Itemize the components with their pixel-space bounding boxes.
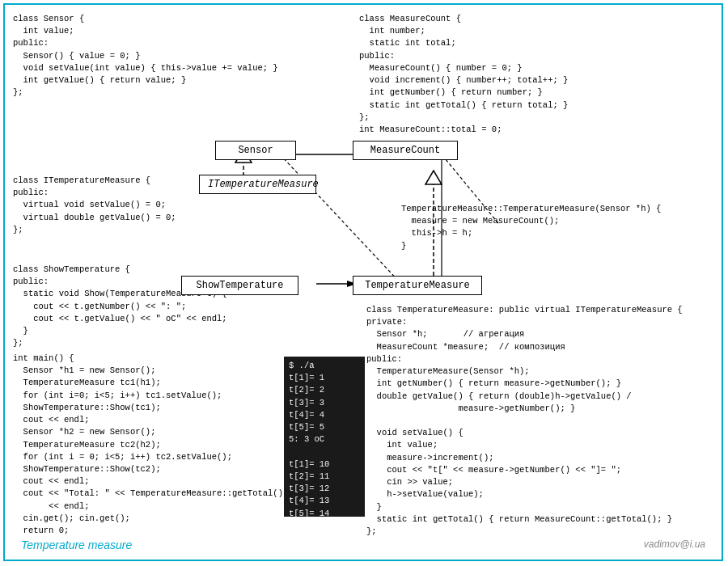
tempmeasure-code-block: class TemperatureMeasure: public virtual…	[366, 304, 683, 538]
measurecount-code-block: class MeasureCount { int number; static …	[359, 13, 568, 136]
main-container: class Sensor { int value; public: Sensor…	[3, 3, 723, 561]
tempmeasure-uml-box: TemperatureMeasure	[353, 276, 482, 295]
page-title: Temperature measure	[21, 539, 132, 551]
measurecount-uml-box: MeasureCount	[353, 141, 458, 160]
terminal-block: $ ./a t[1]= 1 t[2]= 2 t[3]= 3 t[4]= 4 t[…	[284, 357, 365, 517]
main-code-block: int main() { Sensor *h1 = new Sensor(); …	[13, 353, 283, 537]
sensor-code-block: class Sensor { int value; public: Sensor…	[13, 13, 278, 99]
sensor-uml-box: Sensor	[215, 141, 296, 160]
itemp-code-block: class ITemperatureMeasure { public: virt…	[13, 175, 176, 236]
itemp-uml-box: ITemperatureMeasure	[199, 175, 316, 194]
showtemp-uml-box: ShowTemperature	[181, 276, 298, 295]
author-label: vadimov@i.ua	[644, 539, 705, 551]
footer: Temperature measure vadimov@i.ua	[5, 539, 722, 551]
svg-line-9	[280, 154, 401, 284]
tempconstructor-code-block: TemperatureMeasure::TemperatureMeasure(S…	[401, 203, 661, 252]
svg-marker-7	[425, 171, 442, 184]
